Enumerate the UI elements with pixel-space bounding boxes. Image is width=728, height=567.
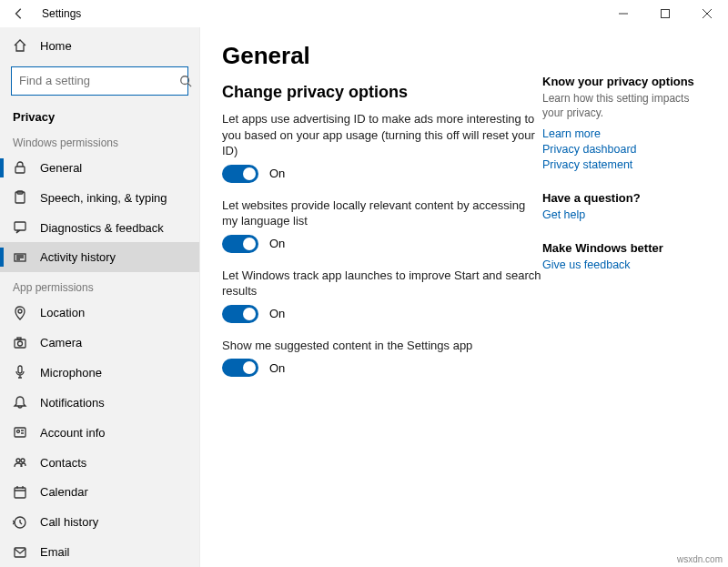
- search-input[interactable]: [12, 74, 179, 87]
- search-box[interactable]: [11, 66, 188, 96]
- svg-rect-11: [18, 366, 22, 373]
- sidebar: Home Privacy Windows permissions General…: [0, 27, 200, 567]
- toggle-app-launches[interactable]: [222, 305, 258, 323]
- toggle-state: On: [269, 167, 285, 180]
- maximize-button[interactable]: [644, 0, 686, 27]
- toggle-suggested-content[interactable]: [222, 359, 258, 377]
- account-icon: [13, 425, 27, 440]
- link-learn-more[interactable]: Learn more: [542, 127, 706, 140]
- svg-rect-18: [15, 548, 25, 557]
- sidebar-item-contacts[interactable]: Contacts: [0, 448, 199, 478]
- window-title: Settings: [42, 7, 81, 20]
- sidebar-item-activity-history[interactable]: Activity history: [0, 242, 199, 272]
- svg-rect-10: [17, 338, 21, 339]
- microphone-icon: [13, 365, 27, 380]
- camera-icon: [13, 336, 27, 350]
- sidebar-item-notifications[interactable]: Notifications: [0, 388, 199, 418]
- svg-point-14: [16, 459, 20, 462]
- svg-rect-16: [15, 488, 25, 498]
- side-block-privacy: Know your privacy options Learn how this…: [542, 75, 706, 171]
- nav-label: Location: [40, 306, 85, 319]
- titlebar: Settings: [0, 0, 728, 27]
- svg-rect-12: [15, 428, 25, 437]
- nav-label: Camera: [40, 336, 82, 349]
- sidebar-category: Privacy: [0, 103, 199, 127]
- nav-label: Email: [40, 545, 70, 559]
- sidebar-item-diagnostics[interactable]: Diagnostics & feedback: [0, 213, 199, 243]
- nav-label: Calendar: [40, 485, 88, 499]
- svg-point-9: [18, 341, 23, 346]
- nav-label: Speech, inking, & typing: [40, 191, 167, 205]
- sidebar-item-location[interactable]: Location: [0, 298, 199, 328]
- search-container: [0, 61, 199, 103]
- setting-desc: Show me suggested content in the Setting…: [222, 338, 542, 354]
- bell-icon: [13, 395, 27, 410]
- toggle-state: On: [269, 237, 285, 250]
- svg-rect-5: [15, 222, 25, 230]
- sidebar-item-email[interactable]: Email: [0, 537, 199, 567]
- sidebar-item-calendar[interactable]: Calendar: [0, 477, 199, 507]
- side-head: Make Windows better: [542, 241, 706, 255]
- link-privacy-statement[interactable]: Privacy statement: [542, 158, 706, 171]
- sidebar-group2-label: App permissions: [0, 272, 199, 298]
- nav-label: Notifications: [40, 396, 105, 410]
- setting-desc: Let apps use advertising ID to make ads …: [222, 111, 542, 159]
- setting-suggested-content: Show me suggested content in the Setting…: [222, 338, 542, 378]
- home-icon: [13, 38, 27, 53]
- link-give-feedback[interactable]: Give us feedback: [542, 258, 706, 271]
- svg-point-15: [21, 459, 25, 462]
- toggle-state: On: [269, 307, 285, 320]
- clipboard-icon: [13, 190, 27, 205]
- minimize-button[interactable]: [602, 0, 644, 27]
- nav-label: Diagnostics & feedback: [40, 221, 164, 235]
- calendar-icon: [13, 485, 27, 500]
- contacts-icon: [13, 455, 27, 470]
- link-get-help[interactable]: Get help: [542, 208, 706, 221]
- call-history-icon: [13, 515, 27, 530]
- back-button[interactable]: [5, 0, 33, 27]
- toggle-state: On: [269, 361, 285, 375]
- search-icon: [179, 75, 192, 87]
- svg-point-13: [17, 430, 20, 433]
- watermark: wsxdn.com: [677, 554, 723, 564]
- content-side: Know your privacy options Learn how this…: [542, 42, 706, 567]
- sidebar-item-call-history[interactable]: Call history: [0, 507, 199, 537]
- feedback-icon: [13, 220, 27, 235]
- side-head: Have a question?: [542, 191, 706, 205]
- nav-label: Account info: [40, 426, 106, 440]
- side-head: Know your privacy options: [542, 75, 706, 88]
- nav-label: Microphone: [40, 366, 102, 380]
- setting-language-list: Let websites provide locally relevant co…: [222, 197, 542, 253]
- page-subtitle: Change privacy options: [222, 83, 542, 102]
- side-block-question: Have a question? Get help: [542, 191, 706, 221]
- setting-advertising-id: Let apps use advertising ID to make ads …: [222, 111, 542, 183]
- email-icon: [13, 545, 27, 560]
- nav-label: Call history: [40, 515, 98, 529]
- sidebar-item-microphone[interactable]: Microphone: [0, 358, 199, 388]
- nav-label: Activity history: [40, 250, 116, 264]
- sidebar-item-home[interactable]: Home: [0, 31, 199, 61]
- nav-label: Contacts: [40, 456, 86, 470]
- setting-desc: Let Windows track app launches to improv…: [222, 268, 542, 299]
- svg-rect-2: [15, 167, 25, 173]
- page-title: General: [222, 42, 542, 70]
- svg-point-1: [181, 76, 189, 85]
- toggle-advertising-id[interactable]: [222, 165, 258, 183]
- sidebar-item-general[interactable]: General: [0, 153, 199, 183]
- content-area: General Change privacy options Let apps …: [200, 27, 728, 567]
- svg-point-7: [18, 309, 22, 313]
- close-button[interactable]: [686, 0, 728, 27]
- link-privacy-dashboard[interactable]: Privacy dashboard: [542, 143, 706, 156]
- content-main: General Change privacy options Let apps …: [222, 42, 542, 567]
- setting-desc: Let websites provide locally relevant co…: [222, 197, 542, 229]
- history-icon: [13, 250, 27, 265]
- toggle-language-list[interactable]: [222, 235, 258, 253]
- side-block-feedback: Make Windows better Give us feedback: [542, 241, 706, 271]
- sidebar-home-label: Home: [40, 39, 72, 53]
- sidebar-item-account-info[interactable]: Account info: [0, 418, 199, 448]
- location-icon: [13, 306, 27, 320]
- side-text: Learn how this setting impacts your priv…: [542, 92, 706, 120]
- sidebar-item-speech[interactable]: Speech, inking, & typing: [0, 183, 199, 213]
- sidebar-item-camera[interactable]: Camera: [0, 328, 199, 358]
- window-controls: [602, 0, 728, 27]
